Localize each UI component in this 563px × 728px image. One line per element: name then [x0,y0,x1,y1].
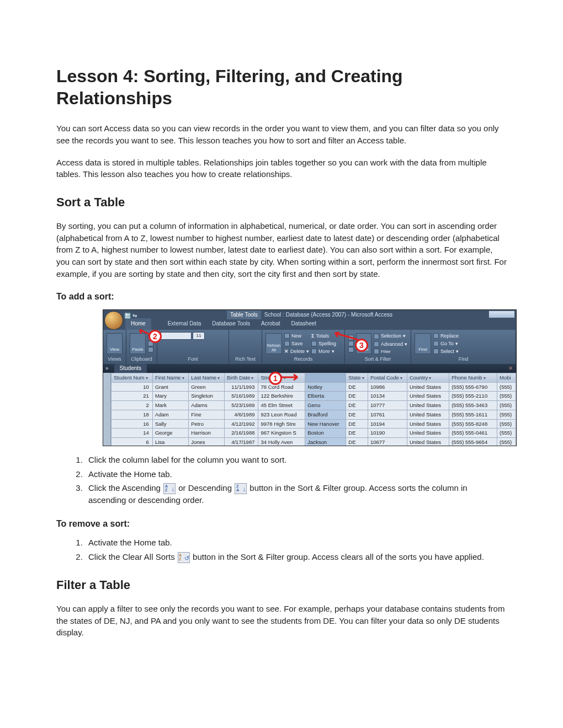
row-header-gutter [103,373,111,446]
sort-paragraph: By sorting, you can put a column of info… [56,220,507,280]
intro-paragraph-2: Access data is stored in multiple tables… [56,157,507,181]
more-icon [311,349,317,354]
remove-step-1: Activate the Home tab. [85,537,507,549]
add-step-3: Click the Ascending or Descending button… [85,482,507,506]
heading-remove-sort: To remove a sort: [56,517,507,530]
table-row: 6LisaJones4/17/198734 Holly AvenJacksonD… [111,438,516,446]
col-country: Country [407,373,449,382]
callout-3-arrow [333,330,359,343]
col-mobile: Mobi [497,373,516,382]
font-size-box: 11 [193,332,205,340]
window-title: School : Database (Access 2007) - Micros… [264,311,392,319]
refresh-all-button: Refresh All [265,333,282,354]
col-state: State [346,373,368,382]
new-record-icon [284,333,290,339]
col-phone: Phone Numb [449,373,497,382]
access-screenshot: 🔚 ⇆ Table Tools School : Database (Acces… [103,309,517,446]
clear-sorts-icon [178,552,190,563]
col-postal: Postal Code [368,373,407,382]
quick-access-toolbar: 🔚 ⇆ [124,312,137,320]
callout-2: 2 [148,330,162,343]
callout-1: 1 [269,372,282,385]
table-row: 18AdamFine4/6/1989923 Leon RoadBradfordD… [111,410,516,419]
add-sort-steps: Click the column label for the column yo… [85,454,507,506]
spelling-icon [311,341,317,346]
page-title: Lesson 4: Sorting, Filtering, and Creati… [56,65,507,109]
tab-external-data: External Data [162,318,207,330]
table-row: 2MarkAdams5/23/198945 Elm StreetGenoDE10… [111,401,516,410]
col-first-name: First Name [152,373,188,382]
contextual-tab-label: Table Tools [227,311,261,320]
window-buttons-icon [488,311,515,318]
toggle-filter-icon [374,349,379,354]
column-header-row: Student Num First Name Last Name Birth D… [111,373,516,382]
clear-sorts-icon [348,347,354,352]
add-step-1: Click the column label for the column yo… [85,454,507,466]
group-label-find: Find [415,356,512,363]
replace-icon [433,333,439,339]
view-button: View [107,333,123,354]
callout-1-arrow [279,373,301,383]
table-row: 10GrantGreen11/1/199378 Cord RoadNotleyD… [111,382,516,392]
heading-filter-table: Filter a Table [56,576,507,594]
ribbon: View Views Paste Clipboard 11 [103,330,516,364]
office-button-icon [104,311,123,330]
add-step-2: Activate the Home tab. [85,468,507,480]
callout-3: 3 [355,339,368,352]
group-label-sortfilter: Sort & Filter [348,356,407,363]
remove-sort-steps: Activate the Home tab. Click the Clear A… [85,537,507,563]
descending-sort-icon [235,483,247,494]
datasheet-grid: Student Num First Name Last Name Birth D… [103,373,516,446]
tab-datasheet: Datasheet [286,318,322,330]
heading-add-sort: To add a sort: [56,290,507,303]
object-tab-students: Students [114,364,147,373]
group-label-records: Records [265,356,341,363]
remove-step-2: Click the Clear All Sorts button in the … [85,551,507,563]
intro-paragraph-1: You can sort Access data so you can view… [56,122,507,147]
ribbon-tabs: Home External Data Database Tools Acroba… [103,320,516,330]
col-city-selected [305,373,346,382]
filter-paragraph: You can apply a filter to see only the r… [56,603,507,639]
heading-sort-table: Sort a Table [56,194,507,211]
tab-acrobat: Acrobat [256,318,285,330]
save-record-icon [284,341,290,346]
col-last-name: Last Name [189,373,225,382]
group-label-views: Views [107,356,123,363]
goto-icon [433,341,439,346]
close-tab-icon: ✕ [508,365,513,373]
advanced-icon [374,341,379,347]
format-painter-icon [148,347,153,352]
nav-pane-toggle-icon: » [105,365,109,373]
selection-icon [374,334,379,339]
table-row: 14GeorgeHarrison2/16/1988967 Kingston SB… [111,429,516,438]
col-birth-date: Birth Date [225,373,258,382]
ascending-sort-icon [163,483,176,494]
group-label-richtext: Rich Text [232,356,258,363]
select-icon [433,349,439,354]
col-student-num: Student Num [111,373,153,382]
table-row: 16SallyPetro4/12/19929978 High StreNew H… [111,419,516,429]
find-button: Find [415,333,431,354]
group-label-clipboard: Clipboard [130,356,153,363]
tab-database-tools: Database Tools [206,318,256,330]
table-row: 21MarySingleton5/16/1989122 BerkshireElb… [111,392,516,401]
group-label-font: Font [161,356,225,363]
